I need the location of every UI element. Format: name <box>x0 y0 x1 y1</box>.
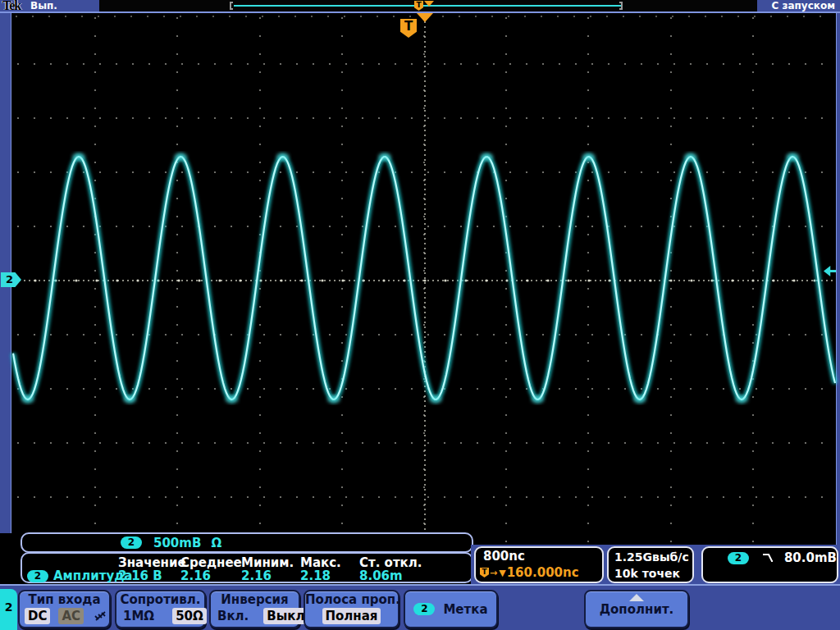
bandwidth-softkey[interactable]: Полоса проп. Полная <box>304 590 399 628</box>
measurement-stddev: 8.06m <box>359 568 403 583</box>
coupling-ac-option[interactable]: AC <box>58 608 84 624</box>
coupling-softkey[interactable]: Тип входа DC AC <box>18 590 111 628</box>
impedance-50ohm-option[interactable]: 50Ω <box>172 608 207 624</box>
measurement-value-row: 2 Амплитуда 2.16 В 2.16 2.16 2.18 8.06m <box>22 568 472 582</box>
more-softkey[interactable]: Дополнит. <box>584 590 689 628</box>
channel2-badge: 2 <box>413 603 435 615</box>
impedance-softkey[interactable]: Сопротивл. 1МΩ 50Ω <box>115 590 206 628</box>
ground-icon[interactable] <box>92 609 109 623</box>
horizontal-readout: 800nc T → ▼ 160.000nc <box>474 546 604 583</box>
impedance-1mohm-option[interactable]: 1МΩ <box>123 609 154 623</box>
trigger-level-value: 80.0mB <box>784 550 837 565</box>
channel2-menu-tab[interactable]: 2 <box>0 589 17 630</box>
trigger-position-triangle-icon <box>417 13 433 22</box>
channel2-badge: 2 <box>728 552 749 564</box>
trigger-delay-value: 160.000nc <box>507 565 579 580</box>
invert-on-option[interactable]: Вкл. <box>217 609 249 623</box>
measurement-table: Значение Среднее Миним. Макс. Ст. откл. … <box>21 552 473 583</box>
invert-off-option[interactable]: Выкл <box>263 608 308 624</box>
measurement-max: 2.18 <box>300 568 331 583</box>
bandwidth-full-option[interactable]: Полная <box>322 608 381 624</box>
measurement-name-cell: 2 Амплитуда <box>27 568 132 583</box>
channel2-badge: 2 <box>121 536 142 549</box>
measurement-value: 2.16 В <box>118 568 162 583</box>
measurement-mean: 2.16 <box>180 568 211 583</box>
invert-softkey[interactable]: Инверсия Вкл. Выкл <box>209 590 300 628</box>
measurement-header-row: Значение Среднее Миним. Макс. Ст. откл. <box>22 555 472 568</box>
invert-label: Инверсия <box>211 592 299 607</box>
arrow-right-icon: → <box>490 568 497 578</box>
channel-scale-readout: 2 500mB Ω <box>21 532 473 553</box>
falling-edge-icon <box>762 552 773 564</box>
softkey-menu-bar: 2 Тип входа DC AC Сопротивл. 1МΩ 50Ω Инв… <box>0 584 840 630</box>
vertical-scale-value: 500mB <box>153 536 201 550</box>
coupling-label: Тип входа <box>20 592 109 607</box>
label-label: Метка <box>443 602 487 617</box>
impedance-label: Сопротивл. <box>116 592 204 607</box>
trigger-readout: 2 80.0mB <box>701 546 838 583</box>
triangle-down-icon: ▼ <box>499 568 505 578</box>
bandwidth-label: Полоса проп. <box>305 592 398 607</box>
trigger-delay-readout: T → ▼ 160.000nc <box>480 565 579 580</box>
record-length: 10k точек <box>614 565 692 582</box>
time-per-division: 800nc <box>483 549 525 564</box>
more-label: Дополнит. <box>586 602 687 617</box>
arrow-up-icon <box>629 594 644 601</box>
trigger-t-icon: T <box>480 568 489 578</box>
acquisition-readout: 1.25Gвыб/с 10k точек <box>607 546 694 583</box>
oscilloscope-screen: Tek Вып. T С запуском 2 T 2 500mB Ω Знач… <box>0 0 840 630</box>
impedance-symbol: Ω <box>211 536 221 550</box>
label-softkey[interactable]: 2 Метка <box>404 590 498 628</box>
coupling-dc-option[interactable]: DC <box>25 608 50 624</box>
measurement-min: 2.16 <box>241 568 272 583</box>
channel2-badge: 2 <box>27 570 48 582</box>
sample-rate: 1.25Gвыб/с <box>614 549 692 565</box>
